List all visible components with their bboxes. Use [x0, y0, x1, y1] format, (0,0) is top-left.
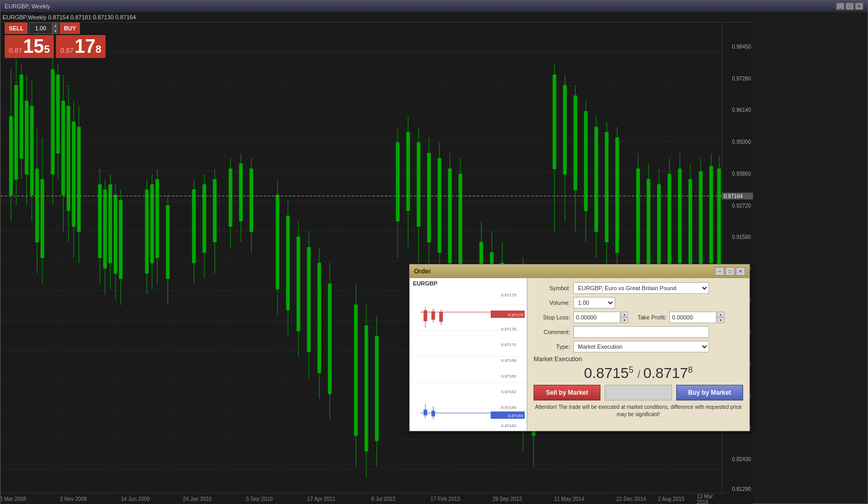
svg-rect-92 [307, 247, 310, 352]
sell-price-main: 15 [23, 37, 44, 56]
disabled-button [605, 385, 672, 400]
order-title-buttons: ─ □ ✕ [715, 267, 745, 276]
svg-rect-181 [424, 311, 427, 321]
comment-label: Comment: [534, 329, 570, 335]
svg-rect-154 [699, 171, 702, 268]
svg-rect-34 [20, 75, 23, 158]
price-label-6: 0.92720 [732, 202, 751, 208]
svg-rect-128 [553, 75, 556, 169]
title-bar: EURGBP, Weekly _ □ ✕ [1, 1, 867, 12]
comment-input[interactable] [573, 326, 709, 338]
symbol-select[interactable]: EURGBP, Euro vs Great Britain Pound [573, 282, 709, 294]
date-label-7: 8 Jul 2012 [371, 496, 395, 502]
svg-rect-138 [605, 132, 608, 242]
sell-price-box: 0.87 15 5 [5, 35, 54, 58]
svg-rect-132 [574, 96, 577, 190]
maximize-button[interactable]: □ [846, 3, 854, 10]
svg-rect-84 [250, 169, 253, 232]
sell-market-button[interactable]: Sell by Market [534, 385, 600, 400]
svg-rect-76 [203, 185, 206, 253]
order-form: Symbol: EURGBP, Euro vs Great Britain Po… [527, 278, 749, 431]
sell-button[interactable]: SELL [5, 22, 28, 34]
sell-price-prefix: 0.87 [9, 47, 22, 54]
sell-price-sup: 5 [44, 43, 50, 55]
takeprofit-spingroup: ▲ ▼ [669, 312, 724, 323]
ask-price-sup: 8 [688, 365, 693, 374]
date-label-13: 13 Mar 2016 [697, 494, 719, 505]
svg-rect-78 [213, 179, 216, 242]
svg-rect-52 [72, 122, 75, 226]
date-label-12: 2 Aug 2015 [658, 496, 685, 502]
chart-info-text: EURGBP,Weekly 0.87154 0.87181 0.87130 0.… [3, 14, 136, 20]
volume-down-arrow[interactable]: ▼ [52, 28, 59, 34]
window-title: EURGBP, Weekly [5, 3, 50, 9]
type-select[interactable]: Market Execution [573, 341, 709, 352]
order-restore-button[interactable]: □ [725, 267, 735, 276]
price-label-7: 0.91580 [732, 234, 751, 240]
svg-rect-104 [396, 143, 399, 221]
order-minimize-button[interactable]: ─ [715, 267, 724, 276]
stoploss-input[interactable] [573, 312, 620, 323]
svg-rect-68 [151, 185, 154, 263]
svg-rect-70 [156, 179, 159, 258]
price-display: 0.87 15 5 0.87 17 8 [5, 35, 106, 58]
volume-control: ▲ ▼ [29, 22, 59, 34]
stoploss-down[interactable]: ▼ [621, 317, 628, 323]
close-button[interactable]: ✕ [855, 3, 863, 10]
bid-price-main: 0.87155 [584, 365, 634, 381]
stoploss-up[interactable]: ▲ [621, 312, 628, 317]
svg-rect-38 [30, 106, 33, 195]
current-price-marker: 0.87164 [722, 193, 753, 200]
minimize-button[interactable]: _ [836, 3, 844, 10]
bid-price-sup: 5 [629, 365, 633, 374]
mini-chart-svg: 0.87179 0.87178 0.87176 0.87172 0.87169 … [410, 278, 527, 431]
type-row: Type: Market Execution [534, 341, 743, 352]
order-close-button[interactable]: ✕ [736, 267, 745, 276]
svg-text:0.87159: 0.87159 [501, 405, 516, 410]
volume-label: Volume: [534, 300, 570, 306]
svg-rect-50 [67, 106, 70, 211]
symbol-row: Symbol: EURGBP, Euro vs Great Britain Po… [534, 282, 743, 294]
takeprofit-up[interactable]: ▲ [717, 312, 724, 317]
order-title-bar: Order ─ □ ✕ [410, 265, 749, 278]
svg-rect-74 [192, 190, 195, 263]
volume-input[interactable] [29, 22, 52, 34]
volume-up-arrow[interactable]: ▲ [52, 22, 59, 28]
svg-rect-40 [36, 169, 39, 242]
price-label-4: 0.95000 [732, 139, 751, 145]
comment-row: Comment: [534, 326, 743, 338]
svg-rect-66 [145, 190, 148, 273]
action-buttons: Sell by Market Buy by Market [534, 385, 743, 400]
svg-rect-188 [424, 410, 427, 415]
svg-rect-136 [595, 127, 598, 232]
date-label-2: 2 Nov 2008 [60, 496, 87, 502]
svg-rect-72 [166, 205, 169, 279]
market-execution-label: Market Execution [534, 356, 743, 363]
date-label-1: 23 Mar 2008 [1, 496, 26, 502]
svg-rect-100 [365, 326, 368, 451]
takeprofit-down[interactable]: ▼ [717, 317, 724, 323]
buy-price-sup: 8 [96, 43, 101, 55]
svg-rect-116 [459, 174, 462, 273]
volume-select[interactable]: 1.00 [573, 297, 615, 308]
symbol-label: Symbol: [534, 285, 570, 291]
svg-rect-112 [438, 158, 441, 253]
buy-button[interactable]: BUY [60, 22, 80, 34]
order-dialog: Order ─ □ ✕ EURGBP [409, 264, 750, 431]
volume-row: Volume: 1.00 [534, 297, 743, 308]
buy-price-prefix: 0.87 [60, 47, 73, 54]
svg-rect-108 [417, 143, 420, 226]
svg-rect-142 [636, 169, 640, 268]
volume-arrows: ▲ ▼ [52, 22, 59, 34]
takeprofit-input[interactable] [669, 312, 716, 323]
svg-rect-134 [584, 111, 587, 211]
buy-market-button[interactable]: Buy by Market [676, 385, 743, 400]
title-bar-buttons: _ □ ✕ [836, 3, 863, 10]
date-label-10: 11 May 2014 [554, 496, 584, 502]
svg-rect-58 [103, 190, 107, 268]
svg-rect-48 [62, 101, 65, 195]
svg-rect-60 [109, 185, 112, 263]
svg-rect-62 [114, 195, 117, 273]
svg-rect-106 [407, 132, 410, 211]
sl-tp-row: Stop Loss: ▲ ▼ Take Profit: ▲ ▼ [534, 312, 743, 323]
